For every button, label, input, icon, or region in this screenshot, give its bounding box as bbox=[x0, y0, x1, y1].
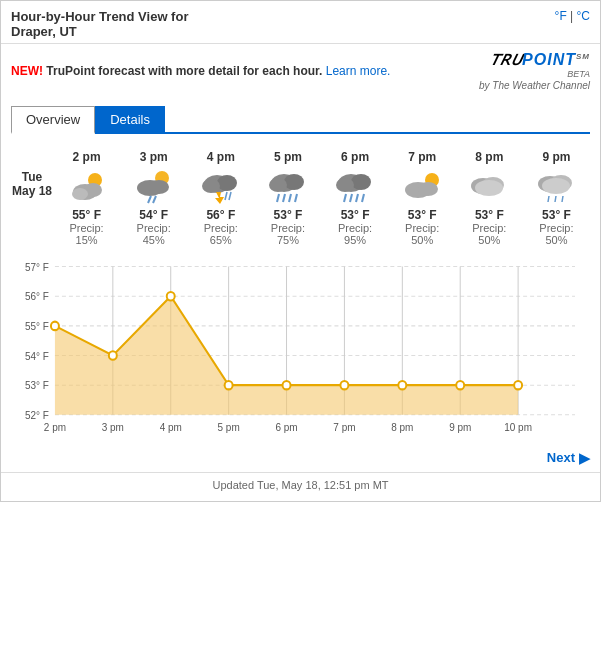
precip-label: Precip: bbox=[456, 222, 523, 234]
temp-value: 53° F bbox=[322, 208, 389, 222]
beta-label: BETA bbox=[479, 69, 590, 80]
precip-label: Precip: bbox=[389, 222, 456, 234]
weather-icon bbox=[65, 168, 109, 204]
svg-text:53° F: 53° F bbox=[25, 380, 49, 391]
trupoint-logo: 𝘛𝘙𝘜POINTSM BETA by The Weather Channel bbox=[479, 50, 590, 92]
hour-label: 4 pm bbox=[187, 150, 254, 164]
precip-value: 50% bbox=[456, 234, 523, 246]
banner-text: NEW! TruPoint forecast with more detail … bbox=[11, 64, 390, 78]
temp-value: 55° F bbox=[53, 208, 120, 222]
precip-label: Precip: bbox=[53, 222, 120, 234]
hours-row: 2 pm 55° FPrecip:15%3 pm 54° FPrecip:45%… bbox=[53, 150, 590, 246]
precip-label: Precip: bbox=[120, 222, 187, 234]
temp-value: 56° F bbox=[187, 208, 254, 222]
precip-value: 50% bbox=[389, 234, 456, 246]
temp-value: 54° F bbox=[120, 208, 187, 222]
svg-point-66 bbox=[283, 381, 291, 389]
svg-point-24 bbox=[336, 178, 354, 192]
hour-col-4: 6 pm 53° FPrecip:95% bbox=[322, 150, 389, 246]
precip-value: 65% bbox=[187, 234, 254, 246]
hour-col-2: 4 pm 56° FPrecip:65% bbox=[187, 150, 254, 246]
svg-line-21 bbox=[295, 194, 297, 202]
svg-line-8 bbox=[153, 196, 156, 203]
precip-value: 50% bbox=[523, 234, 590, 246]
hour-label: 8 pm bbox=[456, 150, 523, 164]
precip-label: Precip: bbox=[322, 222, 389, 234]
page-container: Hour-by-Hour Trend View for Draper, UT °… bbox=[0, 0, 601, 502]
hour-col-6: 8 pm 53° FPrecip:50% bbox=[456, 150, 523, 246]
svg-point-64 bbox=[167, 292, 175, 300]
tab-overview[interactable]: Overview bbox=[11, 106, 95, 134]
svg-point-37 bbox=[542, 178, 570, 194]
weather-icon bbox=[266, 168, 310, 204]
tabs: Overview Details bbox=[11, 106, 590, 134]
hour-col-1: 3 pm 54° FPrecip:45% bbox=[120, 150, 187, 246]
next-label: Next bbox=[547, 450, 575, 465]
precip-label: Precip: bbox=[523, 222, 590, 234]
svg-point-68 bbox=[398, 381, 406, 389]
celsius-link[interactable]: °C bbox=[577, 9, 590, 23]
date-label: Tue May 18 bbox=[11, 150, 53, 198]
updated-timestamp: Updated Tue, May 18, 12:51 pm MT bbox=[1, 472, 600, 501]
svg-text:57° F: 57° F bbox=[25, 262, 49, 273]
svg-line-18 bbox=[277, 194, 279, 202]
hour-col-3: 5 pm 53° FPrecip:75% bbox=[254, 150, 321, 246]
temp-value: 53° F bbox=[523, 208, 590, 222]
svg-line-7 bbox=[148, 196, 151, 203]
svg-text:52° F: 52° F bbox=[25, 410, 49, 421]
svg-text:54° F: 54° F bbox=[25, 350, 49, 361]
svg-text:4 pm: 4 pm bbox=[160, 421, 182, 432]
learn-more-link[interactable]: Learn more. bbox=[326, 64, 391, 78]
fahrenheit-link[interactable]: °F bbox=[555, 9, 567, 23]
svg-point-69 bbox=[456, 381, 464, 389]
hour-label: 3 pm bbox=[120, 150, 187, 164]
weather-icon bbox=[333, 168, 377, 204]
svg-line-20 bbox=[289, 194, 291, 202]
temp-value: 53° F bbox=[456, 208, 523, 222]
svg-marker-12 bbox=[215, 192, 224, 204]
svg-point-11 bbox=[202, 179, 220, 193]
next-button[interactable]: Next ▶ bbox=[547, 450, 590, 466]
svg-line-25 bbox=[344, 194, 346, 202]
hour-label: 5 pm bbox=[254, 150, 321, 164]
svg-point-23 bbox=[351, 174, 371, 190]
svg-point-6 bbox=[149, 180, 169, 194]
temperature-chart: 57° F 56° F 55° F 54° F 53° F 52° F bbox=[11, 256, 590, 436]
svg-point-34 bbox=[475, 180, 503, 196]
svg-text:7 pm: 7 pm bbox=[333, 421, 355, 432]
svg-point-67 bbox=[340, 381, 348, 389]
weather-icon bbox=[534, 168, 578, 204]
precip-value: 75% bbox=[254, 234, 321, 246]
new-badge: NEW! bbox=[11, 64, 43, 78]
forecast-section: Tue May 18 2 pm 55° FPrecip:15%3 pm 54° … bbox=[11, 150, 590, 246]
svg-point-62 bbox=[51, 322, 59, 330]
tab-details[interactable]: Details bbox=[95, 106, 165, 134]
hour-label: 7 pm bbox=[389, 150, 456, 164]
next-arrow-icon: ▶ bbox=[579, 450, 590, 466]
hour-col-5: 7 pm 53° FPrecip:50% bbox=[389, 150, 456, 246]
svg-text:6 pm: 6 pm bbox=[275, 421, 297, 432]
precip-value: 95% bbox=[322, 234, 389, 246]
svg-line-39 bbox=[555, 196, 556, 202]
svg-point-70 bbox=[514, 381, 522, 389]
page-title: Hour-by-Hour Trend View for Draper, UT bbox=[11, 9, 188, 39]
svg-line-40 bbox=[562, 196, 563, 202]
weather-icon bbox=[400, 168, 444, 204]
svg-text:5 pm: 5 pm bbox=[218, 421, 240, 432]
precip-value: 15% bbox=[53, 234, 120, 246]
byline-label: by The Weather Channel bbox=[479, 80, 590, 92]
hour-col-7: 9 pm 53° FPrecip:50% bbox=[523, 150, 590, 246]
svg-point-31 bbox=[418, 182, 438, 196]
svg-point-16 bbox=[284, 174, 304, 190]
svg-line-26 bbox=[350, 194, 352, 202]
svg-line-19 bbox=[283, 194, 285, 202]
precip-label: Precip: bbox=[187, 222, 254, 234]
weather-icon bbox=[132, 168, 176, 204]
svg-text:9 pm: 9 pm bbox=[449, 421, 471, 432]
banner-description: TruPoint forecast with more detail for e… bbox=[46, 64, 325, 78]
svg-line-28 bbox=[362, 194, 364, 202]
svg-point-63 bbox=[109, 351, 117, 359]
svg-line-27 bbox=[356, 194, 358, 202]
hour-col-0: 2 pm 55° FPrecip:15% bbox=[53, 150, 120, 246]
footer-nav: Next ▶ bbox=[1, 444, 600, 472]
